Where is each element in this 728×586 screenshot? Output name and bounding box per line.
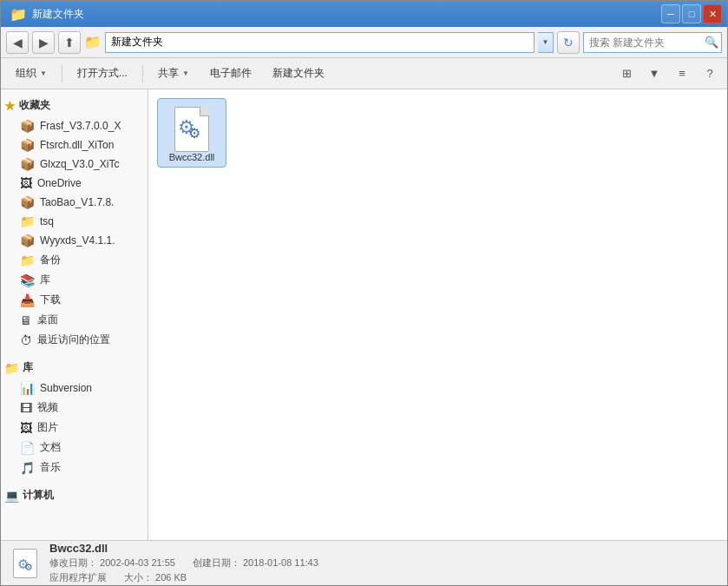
taobao-label: TaoBao_V1.7.8. <box>40 196 114 208</box>
sidebar-library-header[interactable]: 📁 库 <box>1 357 148 379</box>
search-icon[interactable]: 🔍 <box>703 34 720 51</box>
email-button[interactable]: 电子邮件 <box>200 62 261 86</box>
video-label: 视频 <box>37 400 58 415</box>
status-filename: Bwcc32.dll <box>49 542 318 555</box>
onedrive-icon: 🖼 <box>20 176 32 190</box>
view-dropdown-button[interactable]: ▼ <box>642 63 666 85</box>
main-window: 📁 新建文件夹 ─ □ ✕ ◀ ▶ ⬆ 📁 ▼ ↻ 🔍 组织 ▼ 打开方式... <box>0 0 728 586</box>
ftsrch-icon: 📦 <box>20 138 35 152</box>
sidebar-item-taobao[interactable]: 📦 TaoBao_V1.7.8. <box>1 193 148 212</box>
sidebar-favorites-label: 收藏夹 <box>19 98 50 113</box>
view-button-1[interactable]: ⊞ <box>614 63 639 85</box>
glxzq-icon: 📦 <box>20 157 35 171</box>
sidebar-item-recent[interactable]: ⏱ 最近访问的位置 <box>1 330 148 350</box>
up-button[interactable]: ⬆ <box>58 31 81 54</box>
minimize-button[interactable]: ─ <box>661 4 680 23</box>
glxzq-label: Glxzq_V3.0_XiTc <box>40 158 119 170</box>
file-item-bwcc32[interactable]: ⚙ ⚙ Bwcc32.dll <box>157 98 226 168</box>
status-size-label: 大小： <box>124 572 153 583</box>
wyyxds-icon: 📦 <box>20 234 35 247</box>
sidebar-item-pictures[interactable]: 🖼 图片 <box>1 418 148 438</box>
download-icon: 📥 <box>20 293 35 307</box>
share-button[interactable]: 共享 ▼ <box>148 62 199 86</box>
status-size-value: 206 KB <box>155 572 187 583</box>
sidebar-item-onedrive[interactable]: 🖼 OneDrive <box>1 174 148 193</box>
subversion-label: Subversion <box>40 382 92 394</box>
share-chevron: ▼ <box>182 69 189 77</box>
organize-button[interactable]: 组织 ▼ <box>6 62 56 86</box>
open-label: 打开方式... <box>77 66 128 81</box>
sidebar-item-music[interactable]: 🎵 音乐 <box>1 458 148 477</box>
file-label-bwcc32: Bwcc32.dll <box>169 151 215 163</box>
sidebar-divider-1 <box>1 350 148 357</box>
subversion-icon: 📊 <box>20 381 35 395</box>
status-type: 应用程序扩展 <box>49 571 107 584</box>
back-button[interactable]: ◀ <box>6 31 29 54</box>
library-folder-icon: 📁 <box>4 361 19 375</box>
sidebar-item-frasf[interactable]: 📦 Frasf_V3.7.0.0_X <box>1 116 148 135</box>
video-icon: 🎞 <box>20 401 32 415</box>
sidebar-item-download[interactable]: 📥 下载 <box>1 290 148 310</box>
sidebar-item-docs[interactable]: 📄 文档 <box>1 438 148 458</box>
sidebar-item-library-fav[interactable]: 📚 库 <box>1 270 148 290</box>
email-label: 电子邮件 <box>210 66 252 81</box>
title-bar-left: 📁 新建文件夹 <box>10 6 84 23</box>
status-modified-label: 修改日期： <box>49 557 97 568</box>
recent-icon: ⏱ <box>20 333 32 347</box>
address-dropdown-button[interactable]: ▼ <box>538 32 554 53</box>
sidebar-item-ftsrch[interactable]: 📦 Ftsrch.dll_XiTon <box>1 135 148 155</box>
sidebar-item-tsq[interactable]: 📁 tsq <box>1 212 148 231</box>
title-bar-controls: ─ □ ✕ <box>661 4 722 23</box>
search-input[interactable] <box>583 32 722 53</box>
sidebar-favorites-header[interactable]: ★ 收藏夹 <box>1 95 148 116</box>
refresh-button[interactable]: ↻ <box>557 31 580 54</box>
help-button[interactable]: ? <box>698 63 722 85</box>
sidebar-item-wyyxds[interactable]: 📦 Wyyxds_V4.1.1. <box>1 231 148 250</box>
status-created-value: 2018-01-08 11:43 <box>243 557 318 568</box>
sidebar-library-label: 库 <box>23 360 33 375</box>
sidebar-divider-2 <box>1 477 148 484</box>
address-bar: ◀ ▶ ⬆ 📁 ▼ ↻ 🔍 <box>1 27 727 58</box>
maximize-button[interactable]: □ <box>682 4 701 23</box>
desktop-icon: 🖥 <box>20 313 32 327</box>
backup-label: 备份 <box>40 253 61 267</box>
sidebar-item-subversion[interactable]: 📊 Subversion <box>1 379 148 398</box>
close-button[interactable]: ✕ <box>703 4 722 23</box>
address-input[interactable] <box>105 32 535 53</box>
open-button[interactable]: 打开方式... <box>68 62 137 86</box>
new-folder-label: 新建文件夹 <box>272 66 325 81</box>
recent-label: 最近访问的位置 <box>37 333 110 347</box>
sidebar-computer-header[interactable]: 💻 计算机 <box>1 484 148 506</box>
status-details-row1: 修改日期： 2002-04-03 21:55 创建日期： 2018-01-08 … <box>49 556 318 570</box>
toolbar: 组织 ▼ 打开方式... 共享 ▼ 电子邮件 新建文件夹 ⊞ ▼ ≡ ? <box>1 58 727 89</box>
sidebar: ★ 收藏夹 📦 Frasf_V3.7.0.0_X 📦 Ftsrch.dll_Xi… <box>1 89 148 540</box>
pictures-label: 图片 <box>37 420 58 435</box>
sidebar-item-desktop[interactable]: 🖥 桌面 <box>1 310 148 330</box>
status-size: 大小： 206 KB <box>124 571 187 584</box>
toolbar-sep-1 <box>62 65 62 82</box>
main-content: ★ 收藏夹 📦 Frasf_V3.7.0.0_X 📦 Ftsrch.dll_Xi… <box>1 89 727 540</box>
status-dll-paper: ⚙ ⚙ <box>13 549 37 578</box>
window-folder-icon: 📁 <box>10 6 27 23</box>
sidebar-item-glxzq[interactable]: 📦 Glxzq_V3.0_XiTc <box>1 155 148 174</box>
library-fav-label: 库 <box>40 273 50 287</box>
sidebar-item-video[interactable]: 🎞 视频 <box>1 398 148 418</box>
taobao-icon: 📦 <box>20 195 35 209</box>
tsq-label: tsq <box>40 215 54 227</box>
search-wrapper: 🔍 <box>583 32 722 53</box>
download-label: 下载 <box>40 293 61 307</box>
new-folder-button[interactable]: 新建文件夹 <box>263 62 334 86</box>
onedrive-label: OneDrive <box>37 177 82 189</box>
music-label: 音乐 <box>40 460 61 475</box>
details-toggle-button[interactable]: ≡ <box>670 63 694 85</box>
status-created-label: 创建日期： <box>193 557 240 568</box>
docs-label: 文档 <box>40 440 61 455</box>
desktop-label: 桌面 <box>37 313 58 327</box>
status-modified: 修改日期： 2002-04-03 21:55 <box>49 556 175 570</box>
forward-button[interactable]: ▶ <box>32 31 55 54</box>
sidebar-item-backup[interactable]: 📁 备份 <box>1 250 148 270</box>
frasf-label: Frasf_V3.7.0.0_X <box>40 120 121 132</box>
status-info: Bwcc32.dll 修改日期： 2002-04-03 21:55 创建日期： … <box>49 542 318 584</box>
sidebar-computer-label: 计算机 <box>23 488 54 503</box>
gear-icon-2: ⚙ <box>188 125 200 142</box>
